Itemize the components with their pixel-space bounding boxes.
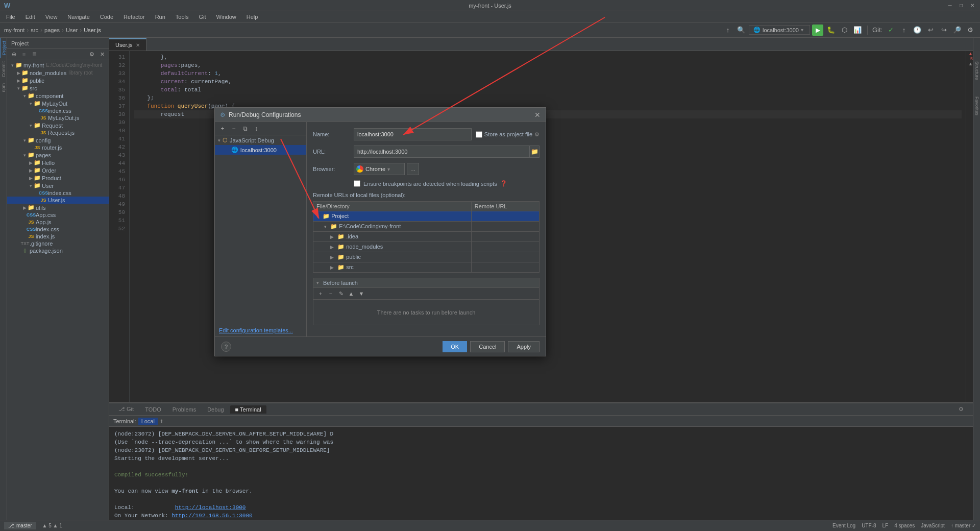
dialog-ok-button[interactable]: OK [443,341,467,352]
before-launch-down-btn[interactable]: ▼ [357,289,365,298]
dialog-form-panel: Name: Store as project file ⚙ URL: 📁 [307,122,546,336]
browser-label: Browser: [313,166,354,172]
dialog-title-text: ⚙ Run/Debug Configurations [220,111,301,118]
dialog-action-buttons: OK Cancel Apply [443,341,540,352]
filetree-idea-row[interactable]: ▶ 📁 .idea [313,232,540,242]
config-tree: ▾ ⬡ JavaScript Debug 🌐 localhost:3000 [215,135,306,230]
before-launch-section: ▾ Before launch + − ✎ ▲ ▼ There are no t… [313,278,540,325]
chrome-icon [356,165,363,173]
browser-more-button[interactable]: … [407,163,419,175]
remote-urls-label: Remote URLs of local files (optional): [313,192,540,198]
ensure-breakpoints-checkbox[interactable] [354,180,360,187]
filetree-public-row[interactable]: ▶ 📁 public [313,252,540,262]
store-project-file-label: Store as project file [484,131,532,137]
dialog-help-button[interactable]: ? [221,342,231,352]
no-tasks-message: There are no tasks to run before launch [377,309,476,316]
dialog-cancel-button[interactable]: Cancel [470,341,505,352]
browser-selector-wrap: Chrome ▾ … [354,163,419,175]
dialog-titlebar: ⚙ Run/Debug Configurations ✕ [215,108,546,122]
remove-config-button[interactable]: − [229,124,238,133]
before-launch-add-btn[interactable]: + [316,289,325,298]
remote-url-col-header: Remote URL [471,202,539,211]
browser-row: Browser: Chrome ▾ … [313,163,540,175]
config-item-label: localhost:3000 [240,147,277,153]
edit-templates-link[interactable]: Edit configuration templates... [215,324,306,336]
store-project-file-checkbox[interactable] [476,131,482,138]
dialog-overlay: ⚙ Run/Debug Configurations ✕ + − ⧉ ↕ ▾ [0,0,980,531]
before-launch-label: Before launch [323,280,358,286]
name-input[interactable] [354,128,472,140]
before-launch-content: There are no tasks to run before launch [313,300,540,325]
before-launch-edit-btn[interactable]: ✎ [337,289,345,298]
dialog-footer: ? OK Cancel Apply [215,336,546,356]
url-browse-btn[interactable]: 📁 [529,146,540,158]
config-group-header-jsdebug[interactable]: ▾ ⬡ JavaScript Debug [215,135,306,145]
filetree-nodemodules-row[interactable]: ▶ 📁 node_modules [313,242,540,252]
before-launch-header[interactable]: ▾ Before launch [313,278,540,288]
filetree-src-row[interactable]: ▶ 📁 src [313,262,540,273]
before-launch-up-btn[interactable]: ▲ [347,289,355,298]
remote-urls-table: File/Directory Remote URL ▾ 📁 Project [313,201,540,273]
copy-config-button[interactable]: ⧉ [240,124,250,133]
store-project-file-help[interactable]: ⚙ [534,131,540,138]
config-group-label: JavaScript Debug [230,137,274,143]
before-launch-toolbar: + − ✎ ▲ ▼ [313,288,540,300]
localhost-icon: 🌐 [231,147,238,153]
ensure-breakpoints-label: Ensure breakpoints are detected when loa… [363,181,497,187]
remote-urls-section: Remote URLs of local files (optional): F… [313,192,540,273]
filetree-myfront-row[interactable]: ▾ 📁 E:\Code\Coding\my-front [313,222,540,232]
filetree-project-row[interactable]: ▾ 📁 Project [313,211,540,222]
dialog-icon: ⚙ [220,111,226,118]
dialog-body: + − ⧉ ↕ ▾ ⬡ JavaScript Debug 🌐 [215,122,546,336]
dialog-apply-button[interactable]: Apply [508,341,540,352]
file-dir-col-header: File/Directory [313,202,472,211]
browser-select[interactable]: Chrome ▾ [354,163,405,175]
before-launch-remove-btn[interactable]: − [327,289,335,298]
name-row: Name: Store as project file ⚙ [313,128,540,140]
name-label: Name: [313,131,354,137]
config-item-localhost3000[interactable]: 🌐 localhost:3000 [215,145,306,155]
browser-name: Chrome [365,166,385,172]
expand-arrow: ▾ [218,138,220,143]
dialog-config-toolbar: + − ⧉ ↕ [215,122,306,135]
breakpoints-help-icon[interactable]: ❓ [500,180,507,187]
before-launch-arrow: ▾ [316,280,319,285]
jsdebug-icon: ⬡ [223,137,228,143]
dialog-config-panel: + − ⧉ ↕ ▾ ⬡ JavaScript Debug 🌐 [215,122,307,336]
url-label: URL: [313,149,354,155]
add-config-button[interactable]: + [218,124,227,133]
run-debug-configurations-dialog: ⚙ Run/Debug Configurations ✕ + − ⧉ ↕ ▾ [214,107,546,356]
breakpoints-row: Ensure breakpoints are detected when loa… [313,180,540,187]
config-group-jsdebug: ▾ ⬡ JavaScript Debug 🌐 localhost:3000 [215,135,306,155]
url-input[interactable] [354,146,530,158]
url-row: URL: 📁 [313,146,540,158]
sort-config-button[interactable]: ↕ [252,124,261,133]
browser-dropdown-arrow: ▾ [387,166,390,172]
dialog-close-button[interactable]: ✕ [534,111,541,119]
